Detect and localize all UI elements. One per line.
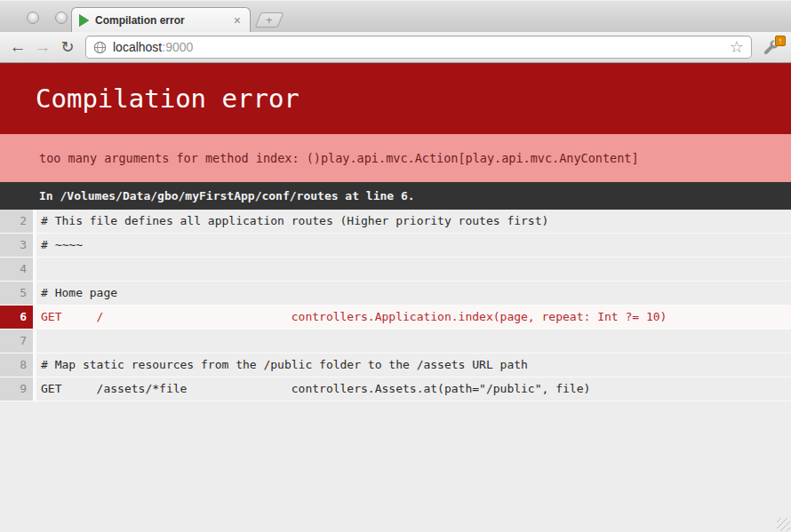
- tab-close-icon[interactable]: ×: [232, 14, 243, 27]
- line-number: 9: [0, 377, 33, 401]
- bookmark-star-icon[interactable]: ☆: [730, 39, 744, 55]
- line-text: [36, 330, 791, 353]
- code-line: 9 GET /assets/*file controllers.Assets.a…: [0, 377, 791, 401]
- line-text: # Home page: [36, 282, 791, 305]
- wrench-menu-button[interactable]: ↑: [759, 36, 786, 59]
- line-text: # ~~~~: [36, 234, 791, 257]
- line-number: 2: [0, 210, 33, 233]
- page-title: Compilation error: [0, 63, 791, 134]
- tab-compilation-error[interactable]: Compilation error ×: [71, 7, 251, 33]
- new-tab-button[interactable]: +: [255, 12, 284, 28]
- error-page: Compilation error too many arguments for…: [0, 63, 791, 532]
- line-text: GET / controllers.Application.index(page…: [36, 306, 791, 329]
- plus-icon: +: [266, 14, 273, 26]
- line-text: GET /assets/*file controllers.Assets.at(…: [36, 377, 791, 401]
- code-line: 3 # ~~~~: [0, 234, 791, 258]
- code-line-error: 6 GET / controllers.Application.index(pa…: [0, 306, 791, 330]
- line-number: 8: [0, 353, 33, 377]
- url-host: localhost: [113, 40, 162, 54]
- line-number: 6: [0, 306, 33, 329]
- error-detail: too many arguments for method index: ()p…: [0, 134, 791, 182]
- line-number: 7: [0, 330, 33, 353]
- address-bar[interactable]: localhost:9000 ☆: [85, 36, 752, 59]
- reload-button[interactable]: ↻: [55, 36, 80, 59]
- error-location: In /Volumes/Data/gbo/myFirstApp/conf/rou…: [0, 182, 791, 210]
- code-line: 4: [0, 258, 791, 282]
- update-badge-icon: ↑: [775, 36, 786, 46]
- window-minimize-button[interactable]: [55, 12, 68, 24]
- tab-strip: Compilation error × +: [0, 0, 791, 32]
- play-framework-icon: [79, 14, 89, 27]
- forward-button[interactable]: →: [30, 36, 55, 59]
- window-resize-grip[interactable]: [777, 518, 790, 531]
- code-line: 2 # This file defines all application ro…: [0, 210, 791, 234]
- line-text: [36, 258, 791, 281]
- line-number: 4: [0, 258, 33, 281]
- code-line: 8 # Map static resources from the /publi…: [0, 353, 791, 377]
- navigation-bar: ← → ↻ localhost:9000 ☆ ↑: [0, 32, 791, 63]
- code-line: 7: [0, 330, 791, 353]
- window-close-button[interactable]: [27, 12, 39, 24]
- back-button[interactable]: ←: [5, 36, 30, 59]
- line-text: # This file defines all application rout…: [36, 210, 791, 233]
- globe-icon[interactable]: [93, 41, 107, 54]
- line-text: # Map static resources from the /public …: [36, 353, 791, 377]
- url-port: :9000: [162, 40, 193, 54]
- line-number: 3: [0, 234, 33, 257]
- line-number: 5: [0, 282, 33, 305]
- source-code-listing: 2 # This file defines all application ro…: [0, 210, 791, 401]
- browser-window: Compilation error × + ← → ↻ localhost:90…: [0, 0, 791, 532]
- tab-title: Compilation error: [95, 14, 232, 27]
- code-line: 5 # Home page: [0, 282, 791, 306]
